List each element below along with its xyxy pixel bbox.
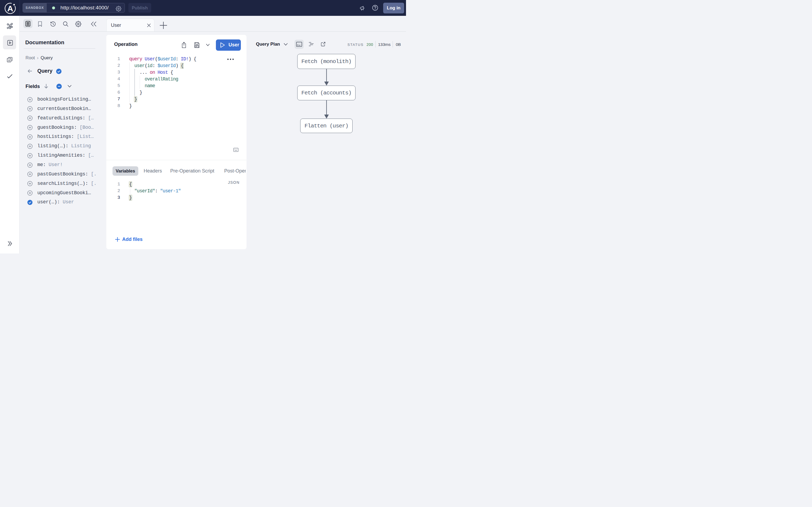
svg-text:A: A: [7, 4, 13, 13]
